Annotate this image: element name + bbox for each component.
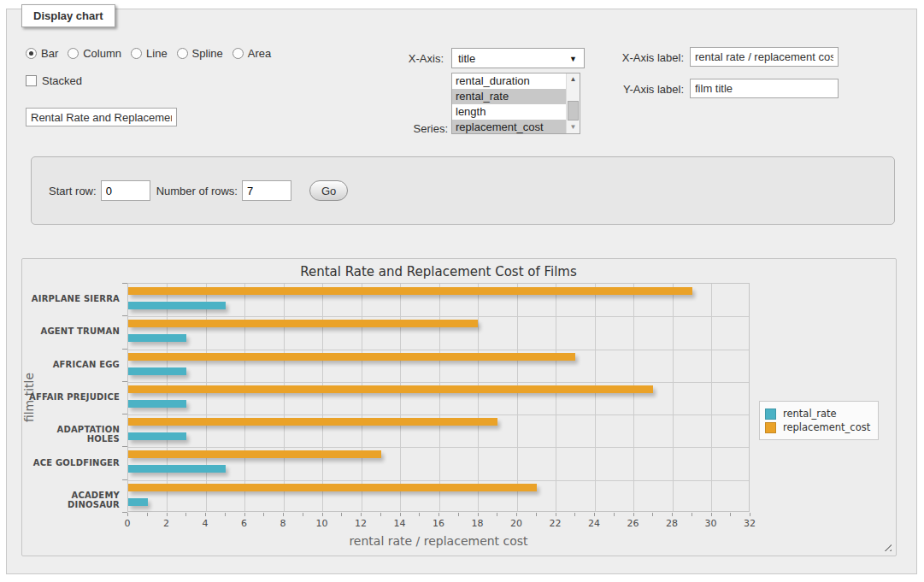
gridline-vertical — [322, 284, 323, 511]
x-tick-label: 28 — [655, 518, 689, 529]
category-label: AFFAIR PREJUDICE — [22, 392, 120, 402]
checkbox-icon — [26, 75, 37, 86]
x-minor-tick — [438, 513, 439, 516]
plot-area — [127, 283, 750, 512]
scroll-down-icon[interactable]: ▼ — [567, 121, 580, 133]
number-of-rows-input[interactable] — [242, 180, 291, 201]
gridline-horizontal — [128, 350, 749, 350]
x-tick-label: 20 — [499, 518, 533, 529]
radio-icon — [177, 48, 188, 59]
x-tick-label: 8 — [266, 518, 300, 529]
y-axis-label-input[interactable] — [690, 79, 839, 98]
scroll-up-icon[interactable]: ▲ — [567, 73, 580, 85]
gridline-vertical — [439, 284, 440, 511]
chart-legend: rental_ratereplacement_cost — [759, 401, 879, 440]
x-tick-label: 32 — [733, 518, 767, 529]
gridline-horizontal — [128, 382, 749, 383]
x-minor-tick — [614, 513, 615, 516]
x-tick-label: 4 — [188, 518, 222, 529]
number-of-rows-label: Number of rows: — [156, 185, 238, 197]
start-row-label: Start row: — [49, 185, 97, 197]
gridline-vertical — [673, 284, 674, 511]
gridline-horizontal — [128, 480, 749, 481]
x-minor-tick — [458, 513, 459, 516]
series-option-length[interactable]: length — [452, 104, 566, 120]
series-option-rental_rate[interactable]: rental_rate — [452, 89, 566, 104]
chevron-down-icon: ▼ — [569, 55, 577, 63]
chart-title-input[interactable] — [26, 108, 177, 126]
x-minor-tick — [205, 513, 206, 516]
scroll-thumb[interactable] — [568, 101, 579, 121]
gridline-vertical — [517, 284, 518, 511]
radio-label: Spline — [192, 47, 223, 60]
gridline-vertical — [362, 284, 362, 511]
bar-replacement_cost — [128, 385, 653, 393]
page: Display chart BarColumnLineSplineArea St… — [0, 0, 924, 582]
legend-swatch — [765, 422, 776, 433]
bar-rental_rate — [128, 334, 186, 342]
chart-type-radio-line[interactable]: Line — [131, 47, 168, 60]
radio-label: Column — [83, 47, 121, 60]
x-axis-title: rental rate / replacement cost — [127, 534, 750, 548]
y-tick-mark — [122, 283, 127, 284]
x-axis-selected-value: title — [458, 52, 475, 65]
gridline-vertical — [206, 284, 207, 511]
x-minor-tick — [147, 513, 148, 516]
series-listbox[interactable]: rental_durationrental_ratelengthreplacem… — [451, 73, 580, 134]
x-axis-select[interactable]: title ▼ — [451, 48, 585, 68]
legend-item: rental_rate — [765, 408, 870, 420]
bar-rental_rate — [128, 498, 148, 506]
chart-title: Rental Rate and Replacement Cost of Film… — [127, 264, 750, 279]
legend-label: replacement_cost — [783, 421, 870, 433]
resize-handle-icon[interactable] — [881, 541, 892, 551]
bar-replacement_cost — [128, 353, 575, 361]
start-row-input[interactable] — [101, 180, 150, 201]
x-minor-tick — [594, 513, 595, 516]
y-tick-mark — [122, 414, 127, 414]
radio-icon — [131, 48, 142, 59]
gridline-vertical — [556, 284, 556, 511]
x-minor-tick — [225, 513, 226, 516]
x-tick-label: 10 — [305, 518, 339, 529]
x-minor-tick — [633, 513, 634, 516]
x-minor-tick — [692, 513, 692, 516]
radio-icon — [26, 48, 37, 59]
x-minor-tick — [400, 513, 401, 516]
bar-replacement_cost — [128, 320, 478, 327]
x-minor-tick — [361, 513, 362, 516]
gridline-vertical — [595, 284, 596, 511]
chart-type-radios: BarColumnLineSplineArea — [26, 47, 280, 60]
gridline-vertical — [478, 284, 479, 511]
chart-type-radio-spline[interactable]: Spline — [177, 47, 223, 60]
x-tick-label: 30 — [694, 518, 728, 529]
stacked-label: Stacked — [42, 74, 82, 87]
chart-type-radio-area[interactable]: Area — [232, 47, 271, 60]
stacked-checkbox[interactable]: Stacked — [26, 74, 82, 87]
series-option-replacement_cost[interactable]: replacement_cost — [452, 120, 566, 133]
radio-label: Line — [146, 47, 168, 60]
x-tick-label: 0 — [110, 518, 144, 529]
panel-title: Display chart — [21, 4, 115, 27]
series-option-rental_duration[interactable]: rental_duration — [452, 73, 566, 89]
x-minor-tick — [341, 513, 342, 516]
bar-replacement_cost — [128, 450, 381, 458]
x-tick-label: 12 — [344, 518, 378, 529]
x-tick-label: 16 — [421, 518, 456, 529]
gridline-horizontal — [128, 316, 749, 317]
go-button[interactable]: Go — [309, 180, 348, 201]
category-label: AFRICAN EGG — [22, 360, 120, 369]
category-label: ACADEMY DINOSAUR — [22, 491, 120, 509]
gridline-vertical — [711, 284, 712, 511]
x-minor-tick — [419, 513, 420, 516]
chart-type-radio-column[interactable]: Column — [68, 47, 121, 60]
x-minor-tick — [478, 513, 479, 516]
x-minor-tick — [497, 513, 497, 516]
x-minor-tick — [322, 513, 323, 516]
series-scrollbar[interactable]: ▲ ▼ — [566, 73, 580, 133]
chart-container: Rental Rate and Replacement Cost of Film… — [21, 258, 897, 556]
row-controls-box: Start row: Number of rows: Go — [31, 156, 895, 225]
chart-type-radio-bar[interactable]: Bar — [26, 47, 58, 60]
x-axis-label-input[interactable] — [690, 47, 839, 67]
bar-rental_rate — [128, 432, 186, 440]
legend-label: rental_rate — [783, 408, 837, 420]
